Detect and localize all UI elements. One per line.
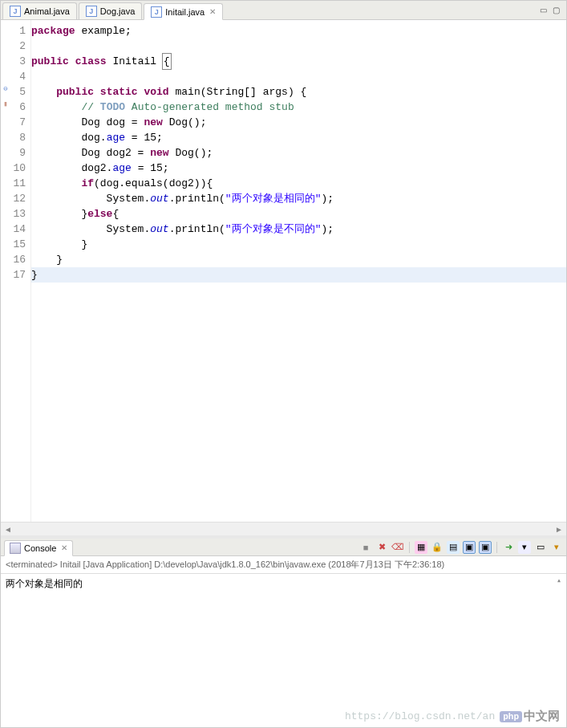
editor-top-toolbar: ▭ ▢: [537, 4, 561, 15]
console-tab-label: Console: [24, 543, 56, 553]
editor-tab[interactable]: JAnimal.java: [2, 2, 77, 19]
console-header: Console ✕ ■ ✖ ⌫ ▦ 🔒 ▤ ▣ ▣ ➜ ▾ ▭ ▾: [1, 539, 566, 556]
scroll-lock-icon[interactable]: 🔒: [431, 541, 443, 554]
task-marker-icon[interactable]: ▮: [1, 100, 10, 109]
fold-marker-icon[interactable]: ⊖: [1, 84, 10, 94]
close-icon[interactable]: ✕: [61, 543, 67, 552]
code-line[interactable]: public static void main(String[] args) {: [31, 84, 566, 100]
scroll-right-icon[interactable]: ►: [553, 525, 565, 534]
code-line[interactable]: }: [31, 252, 566, 267]
tab-label: Dog.java: [100, 6, 135, 16]
console-output[interactable]: 两个对象是相同的 ▴ https://blog.csdn.net/an php …: [1, 574, 566, 727]
open-console-icon[interactable]: ➜: [502, 541, 515, 554]
editor-tab[interactable]: JInitail.java✕: [144, 3, 223, 20]
code-line[interactable]: System.out.println("两个对象是不同的");: [31, 222, 566, 237]
java-file-icon: J: [151, 6, 162, 18]
code-editor[interactable]: package example;public class Initail { p…: [31, 20, 566, 522]
show-console-icon[interactable]: ▤: [447, 541, 460, 554]
code-line[interactable]: }: [31, 237, 566, 252]
remove-launch-icon[interactable]: ✖: [375, 541, 388, 554]
editor-tab[interactable]: JDog.java: [79, 2, 142, 19]
pin-console-icon[interactable]: ▣: [463, 541, 476, 554]
code-line[interactable]: }: [31, 267, 566, 283]
console-output-text: 两个对象是相同的: [6, 579, 83, 590]
console-tab[interactable]: Console ✕: [4, 540, 73, 556]
watermark: https://blog.csdn.net/an php 中文网: [345, 709, 560, 724]
code-line[interactable]: }else{: [31, 206, 566, 222]
tab-label: Initail.java: [165, 7, 205, 17]
new-console-icon[interactable]: ▾: [550, 541, 563, 554]
watermark-url: https://blog.csdn.net/an: [345, 710, 495, 722]
marker-column: ⊖ ▮: [1, 20, 10, 522]
watermark-logo: php 中文网: [500, 709, 560, 724]
code-line[interactable]: if(dog.equals(dog2)){: [31, 176, 566, 191]
console-dropdown-icon[interactable]: ▾: [518, 541, 531, 554]
display-selected-icon[interactable]: ▣: [479, 541, 492, 554]
separator: [409, 542, 410, 553]
console-panel: Console ✕ ■ ✖ ⌫ ▦ 🔒 ▤ ▣ ▣ ➜ ▾ ▭ ▾ <termi…: [1, 539, 566, 727]
maximize-icon[interactable]: ▢: [550, 4, 561, 15]
scroll-up-icon[interactable]: ▴: [553, 575, 565, 587]
java-file-icon: J: [86, 6, 97, 17]
console-status: <terminated> Initail [Java Application] …: [1, 556, 566, 574]
code-line[interactable]: System.out.println("两个对象是相同的");: [31, 191, 566, 206]
console-toolbar: ■ ✖ ⌫ ▦ 🔒 ▤ ▣ ▣ ➜ ▾ ▭ ▾: [359, 541, 563, 554]
code-line[interactable]: [31, 39, 566, 54]
java-file-icon: J: [10, 6, 21, 17]
editor-tabs: JAnimal.javaJDog.javaJInitail.java✕: [1, 1, 566, 20]
separator: [496, 542, 497, 553]
remove-all-icon[interactable]: ⌫: [391, 541, 404, 554]
minimize-console-icon[interactable]: ▭: [534, 541, 547, 554]
scroll-left-icon[interactable]: ◄: [2, 525, 14, 534]
console-icon: [10, 543, 21, 554]
watermark-brand: 中文网: [524, 709, 560, 724]
tab-label: Animal.java: [24, 6, 70, 16]
code-line[interactable]: dog.age = 15;: [31, 130, 566, 145]
close-icon[interactable]: ✕: [209, 7, 216, 16]
code-line[interactable]: // TODO Auto-generated method stub: [31, 100, 566, 115]
editor-area: ⊖ ▮ 1234567891011121314151617 package ex…: [1, 20, 566, 522]
horizontal-scrollbar[interactable]: ◄ ►: [1, 522, 566, 535]
code-line[interactable]: Dog dog = new Dog();: [31, 115, 566, 130]
terminate-icon[interactable]: ■: [359, 541, 372, 554]
code-line[interactable]: Dog dog2 = new Dog();: [31, 145, 566, 161]
code-line[interactable]: dog2.age = 15;: [31, 161, 566, 176]
clear-console-icon[interactable]: ▦: [415, 541, 427, 554]
watermark-php: php: [500, 711, 522, 722]
code-line[interactable]: [31, 69, 566, 84]
line-number-gutter: ⊖ ▮ 1234567891011121314151617: [1, 20, 31, 522]
minimize-icon[interactable]: ▭: [537, 4, 549, 15]
code-line[interactable]: public class Initail {: [31, 54, 566, 69]
editor-panel: ▭ ▢ JAnimal.javaJDog.javaJInitail.java✕ …: [1, 1, 566, 539]
code-line[interactable]: package example;: [31, 23, 566, 39]
